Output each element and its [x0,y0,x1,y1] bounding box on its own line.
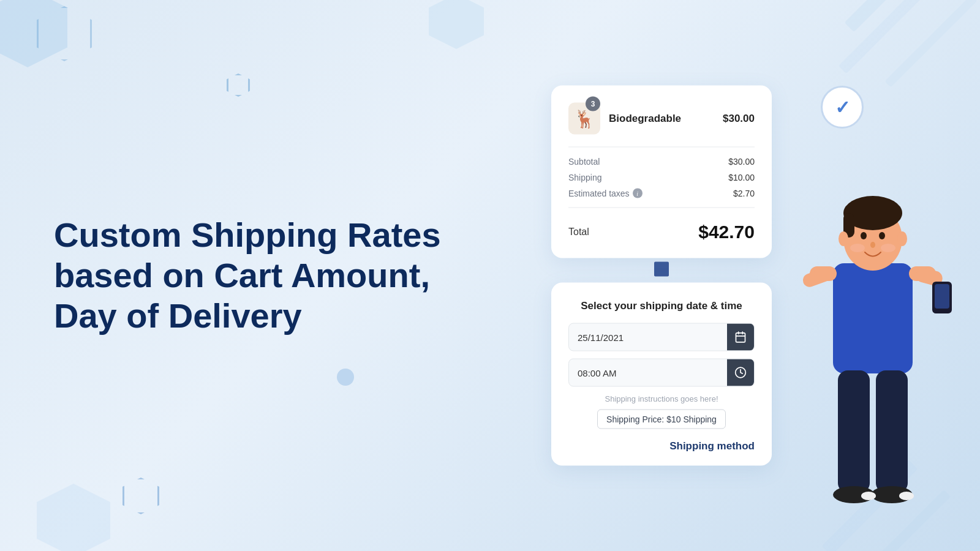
product-row: 3 🦌 Biodegradable $30.00 [568,103,755,135]
shipping-card: Select your shipping date & time 25/11/2… [551,283,772,466]
subtotal-label: Subtotal [568,157,600,167]
check-circle: ✓ [821,86,864,129]
page-title: Custom Shipping Rates based on Cart Amou… [54,215,441,336]
svg-point-10 [879,232,885,239]
product-name: Biodegradable [609,113,714,125]
tax-info-icon: i [633,189,643,198]
svg-point-23 [899,492,914,500]
shipping-row: Shipping $10.00 [568,170,755,186]
clock-icon[interactable] [727,359,754,386]
shipping-value: $10.00 [728,173,755,182]
shipping-label: Shipping [568,173,602,182]
shipping-card-title: Select your shipping date & time [568,300,755,312]
total-label: Total [568,227,589,238]
svg-point-24 [839,231,848,246]
taxes-row: Estimated taxes i $2.70 [568,186,755,201]
shipping-price-row: Shipping Price: $10 Shipping [568,410,755,435]
shipping-instructions: Shipping instructions goes here! [568,394,755,403]
order-summary-card: 3 🦌 Biodegradable $30.00 Subtotal $30.00… [551,86,772,258]
taxes-value: $2.70 [733,189,755,198]
taxes-label: Estimated taxes i [568,189,643,198]
svg-point-27 [881,244,895,252]
person-illustration [784,135,962,551]
date-input[interactable]: 25/11/2021 [569,324,727,350]
date-input-row[interactable]: 25/11/2021 [568,323,755,351]
svg-point-9 [861,232,867,239]
hero-section: Custom Shipping Rates based on Cart Amou… [54,215,441,336]
divider-2 [568,208,755,208]
divider-1 [568,147,755,148]
total-value: $42.70 [698,222,755,242]
svg-rect-0 [736,333,745,342]
svg-rect-5 [833,263,913,373]
check-icon: ✓ [835,97,850,118]
svg-rect-18 [838,370,870,493]
svg-rect-19 [876,370,908,493]
svg-rect-17 [935,284,949,309]
product-price: $30.00 [723,113,755,125]
subtotal-value: $30.00 [728,157,755,167]
svg-point-22 [861,492,876,500]
svg-point-25 [897,231,907,246]
shipping-method-label: Shipping method [568,440,755,452]
svg-point-26 [850,244,865,252]
product-badge: 3 [586,97,600,111]
card-connector [654,262,669,277]
shipping-price-pill: Shipping Price: $10 Shipping [597,410,726,429]
subtotal-row: Subtotal $30.00 [568,154,755,170]
time-input[interactable]: 08:00 AM [569,360,727,385]
time-input-row[interactable]: 08:00 AM [568,359,755,387]
calendar-icon[interactable] [727,324,754,351]
total-row: Total $42.70 [568,214,755,245]
cards-container: 3 🦌 Biodegradable $30.00 Subtotal $30.00… [551,86,772,466]
svg-point-11 [870,242,875,248]
